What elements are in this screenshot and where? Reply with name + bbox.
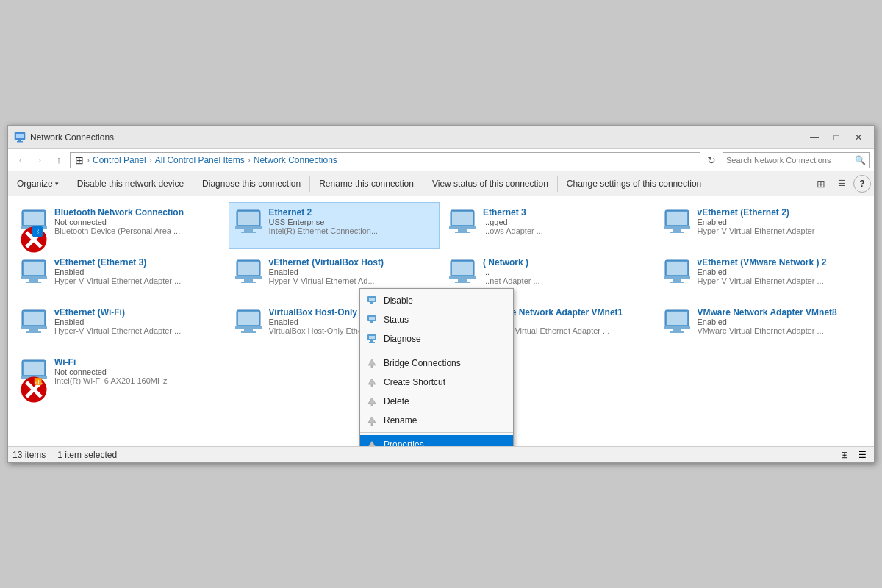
minimize-button[interactable]: — (805, 130, 824, 145)
svg-rect-25 (673, 229, 681, 232)
svg-rect-1 (16, 134, 24, 138)
network-item-name: VMware Network Adapter VMnet8 (698, 307, 864, 318)
close-button[interactable]: ✕ (849, 130, 868, 145)
svg-rect-49 (21, 326, 47, 329)
network-item-status: ...gged (483, 218, 649, 226)
svg-rect-82 (369, 323, 375, 323)
list-item[interactable]: vEthernet (Wi-Fi) Enabled Hyper-V Virtua… (14, 302, 226, 349)
svg-rect-24 (664, 226, 690, 229)
svg-rect-48 (24, 312, 44, 325)
svg-rect-78 (369, 304, 375, 304)
address-path[interactable]: ⊞ › Control Panel › All Control Panel It… (70, 152, 700, 168)
svg-rect-51 (26, 331, 41, 333)
change-settings-button[interactable]: Change settings of this connection (561, 173, 707, 194)
svg-rect-77 (370, 302, 373, 304)
toolbar-separator-5 (557, 176, 558, 192)
list-item[interactable]: vEthernet (Ethernet 2) Enabled Hyper-V V… (657, 202, 869, 249)
svg-rect-43 (667, 262, 687, 275)
diagnose-button[interactable]: Diagnose this connection (196, 173, 306, 194)
monitor-svg (234, 207, 263, 237)
svg-rect-53 (238, 312, 259, 325)
list-item[interactable]: vEthernet (VMware Network ) 2 Enabled Hy… (657, 252, 869, 299)
context-menu-item-label: Disable (384, 295, 413, 306)
svg-rect-19 (449, 226, 476, 229)
list-item[interactable]: Ethernet 3 ...gged ...ows Adapter ... (442, 202, 654, 249)
properties-icon (366, 439, 378, 446)
organize-button[interactable]: Organize ▾ (11, 173, 65, 194)
context-menu-item-label: Rename (384, 415, 417, 426)
help-button[interactable]: ? (853, 175, 871, 193)
svg-rect-65 (673, 329, 681, 331)
toolbar-separator-2 (193, 176, 193, 192)
network-item-name: Ethernet 3 (483, 207, 649, 218)
search-box: 🔍 (723, 152, 870, 168)
path-all-items[interactable]: All Control Panel Items (155, 155, 245, 165)
context-menu: Disable Status Diagnose Bridge Connectio… (359, 288, 514, 446)
list-item[interactable]: VMware Network Adapter VMnet8 Enabled VM… (657, 302, 869, 349)
monitor-svg (234, 257, 263, 287)
context-menu-item-label: Create Shortcut (384, 377, 445, 387)
context-menu-item-delete[interactable]: Delete (360, 392, 513, 411)
path-control-panel[interactable]: Control Panel (93, 155, 146, 165)
context-menu-item-create-shortcut[interactable]: Create Shortcut (360, 373, 513, 392)
rename-icon (366, 415, 378, 426)
svg-rect-38 (452, 262, 473, 275)
svg-rect-33 (238, 262, 259, 275)
view-status-button[interactable]: View status of this connection (426, 173, 554, 194)
disable-button[interactable]: Disable this network device (71, 173, 190, 194)
network-item-status: Enabled (54, 268, 220, 276)
view-options-button[interactable]: ⊞ (812, 175, 830, 193)
content-area: ᛒ Bluetooth Network Connection Not conne… (8, 196, 874, 446)
back-button[interactable]: ‹ (12, 152, 29, 168)
context-menu-item-properties[interactable]: Properties (360, 435, 513, 446)
network-item-adapter: Bluetooth Device (Personal Area ... (54, 226, 220, 235)
monitor-svg (234, 307, 263, 337)
network-item-status: Enabled (54, 318, 220, 326)
monitor-svg (662, 207, 692, 237)
list-item[interactable]: ᛒ Bluetooth Network Connection Not conne… (14, 202, 226, 249)
context-menu-item-rename[interactable]: Rename (360, 411, 513, 430)
maximize-button[interactable]: □ (827, 130, 846, 145)
rename-button[interactable]: Rename this connection (313, 173, 420, 194)
network-connections-window: Network Connections — □ ✕ ‹ › ↑ ⊞ › Cont… (7, 125, 875, 463)
network-item-icon (234, 207, 263, 237)
context-menu-item-disable[interactable]: Disable (360, 291, 513, 310)
network-item-info: vEthernet (VMware Network ) 2 Enabled Hy… (698, 257, 864, 285)
monitor-svg (448, 207, 477, 237)
context-menu-item-label: Delete (384, 396, 409, 406)
network-item-info: vEthernet (Wi-Fi) Enabled Hyper-V Virtua… (54, 307, 220, 335)
svg-rect-54 (235, 326, 262, 329)
path-network-connections[interactable]: Network Connections (254, 155, 337, 165)
status-view-btn-2[interactable]: ☰ (855, 448, 870, 462)
network-item-status: Enabled (269, 268, 435, 276)
svg-rect-41 (455, 282, 470, 283)
svg-rect-20 (458, 229, 467, 232)
refresh-button[interactable]: ↻ (703, 152, 720, 168)
context-menu-item-status[interactable]: Status (360, 310, 513, 329)
network-item-adapter: ...net Adapter ... (483, 276, 649, 285)
status-view-btn-1[interactable]: ⊞ (837, 448, 852, 462)
x-badge-icon (19, 225, 31, 237)
list-item[interactable]: vEthernet (Ethernet 3) Enabled Hyper-V V… (14, 252, 226, 299)
svg-rect-35 (244, 279, 253, 282)
list-item[interactable]: 📶 Wi-Fi Not connected Intel(R) Wi-Fi 6 A… (14, 352, 226, 399)
status-bar: 13 items 1 item selected ⊞ ☰ (8, 446, 874, 462)
search-input[interactable] (726, 156, 855, 165)
forward-button[interactable]: › (32, 152, 48, 168)
view-toggle-button[interactable]: ☰ (833, 175, 850, 193)
bridge-icon (366, 357, 378, 369)
context-menu-item-label: Bridge Connections (384, 358, 461, 368)
list-item[interactable]: Ethernet 2 USS Enterprise Intel(R) Ether… (229, 202, 440, 249)
context-menu-item-diagnose[interactable]: Diagnose (360, 329, 513, 348)
window-controls: — □ ✕ (805, 130, 868, 145)
network-item-status: USS Enterprise (269, 218, 435, 226)
network-item-icon (662, 307, 692, 337)
context-menu-item-bridge-connections[interactable]: Bridge Connections (360, 354, 513, 373)
svg-rect-81 (370, 321, 373, 323)
selected-count: 1 item selected (57, 450, 117, 460)
status-right: ⊞ ☰ (837, 448, 870, 462)
svg-rect-44 (664, 276, 690, 279)
network-item-info: vEthernet (VirtualBox Host) Enabled Hype… (269, 257, 435, 285)
up-button[interactable]: ↑ (51, 152, 67, 168)
svg-rect-21 (455, 232, 470, 233)
